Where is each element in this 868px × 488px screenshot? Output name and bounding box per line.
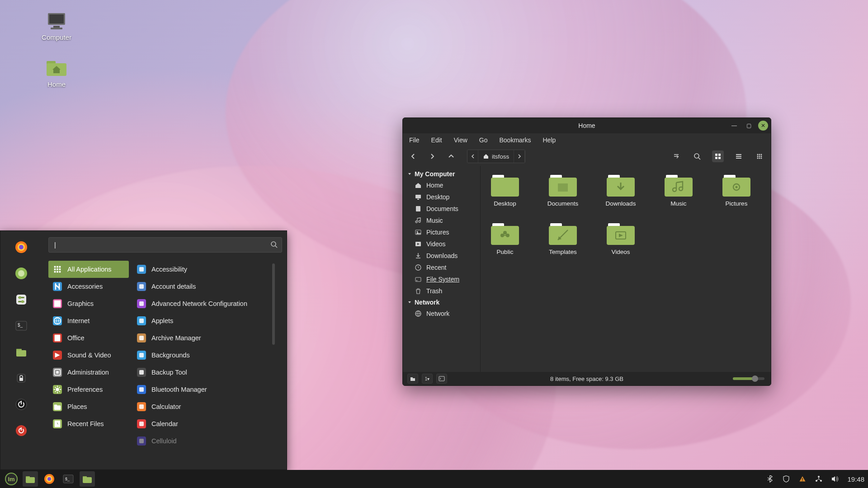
desktop-icon-home[interactable]: Home [32, 58, 81, 88]
folder-item[interactable]: Desktop [484, 175, 526, 207]
menu-rail-power[interactable] [13, 422, 29, 439]
taskbar-menu-button[interactable]: lm [4, 471, 19, 487]
zoom-slider[interactable] [733, 377, 764, 380]
menu-app-item[interactable]: Calculator [132, 398, 268, 415]
folder-item[interactable]: Videos [600, 223, 642, 255]
menu-category-item[interactable]: Accessories [48, 278, 129, 295]
svg-rect-21 [19, 378, 23, 381]
tray-updates[interactable] [782, 475, 790, 483]
tray-warning[interactable] [798, 475, 807, 483]
file-manager-content[interactable]: Desktop Documents Downloads Music Pictur… [481, 166, 771, 372]
menubar-item[interactable]: Bookmarks [499, 136, 531, 144]
menu-category-item[interactable]: Preferences [48, 381, 129, 398]
menu-rail-settings[interactable] [13, 291, 29, 308]
path-next-button[interactable] [514, 150, 525, 163]
toggle-location-button[interactable] [670, 150, 682, 162]
view-icons-button[interactable] [712, 150, 724, 162]
menu-app-item[interactable]: Backup Tool [132, 364, 268, 381]
menu-rail-logout[interactable] [13, 396, 29, 413]
scrollbar-thumb[interactable] [272, 263, 275, 345]
menu-app-item[interactable]: Advanced Network Configuration [132, 295, 268, 312]
menu-app-item[interactable]: Calendar [132, 415, 268, 432]
taskbar-files[interactable] [80, 471, 95, 487]
menu-rail-lock[interactable] [13, 370, 29, 386]
folder-item[interactable]: Downloads [600, 175, 642, 207]
menu-app-item[interactable]: Accessibility [132, 261, 268, 278]
menu-app-item[interactable]: Backgrounds [132, 347, 268, 364]
folder-item[interactable]: Public [484, 223, 526, 255]
menu-app-item[interactable]: Celluloid [132, 432, 268, 450]
menu-category-item[interactable]: Sound & Video [48, 347, 129, 364]
menu-category-item[interactable]: Internet [48, 312, 129, 329]
sidebar-section-header[interactable]: Network [403, 297, 480, 308]
app-icon [137, 299, 146, 308]
menubar-item[interactable]: Edit [431, 136, 442, 144]
sidebar-item[interactable]: Music [403, 215, 480, 226]
nav-forward-button[interactable] [427, 151, 437, 161]
view-list-button[interactable] [733, 150, 745, 162]
menu-scrollbar[interactable] [272, 261, 275, 465]
window-close-button[interactable]: ✕ [758, 121, 768, 131]
menubar-item[interactable]: View [454, 136, 467, 144]
folder-item[interactable]: Templates [542, 223, 584, 255]
menu-app-item[interactable]: Account details [132, 278, 268, 295]
sidebar-item[interactable]: Pictures [403, 226, 480, 238]
menu-category-item[interactable]: Office [48, 329, 129, 347]
menu-app-item[interactable]: Archive Manager [132, 329, 268, 347]
statusbar-places-button[interactable] [407, 374, 418, 384]
folder-item[interactable]: Pictures [716, 175, 757, 207]
menubar-item[interactable]: File [409, 136, 420, 144]
sidebar-item[interactable]: Desktop [403, 191, 480, 203]
menu-category-item[interactable]: Recent Files [48, 415, 129, 432]
menu-search-input[interactable] [48, 237, 282, 253]
statusbar-tree-button[interactable]: 1▾ [422, 374, 433, 384]
search-button[interactable] [691, 150, 703, 162]
window-titlebar[interactable]: Home — ▢ ✕ [403, 118, 771, 133]
menu-category-item[interactable]: Administration [48, 364, 129, 381]
sidebar-item[interactable]: File System [403, 273, 480, 285]
window-maximize-button[interactable]: ▢ [744, 121, 754, 131]
menu-category-item[interactable]: All Applications [48, 261, 129, 278]
tray-volume[interactable] [831, 475, 839, 483]
nav-back-button[interactable] [408, 151, 418, 161]
folder-label: Pictures [716, 200, 757, 207]
taskbar-show-desktop[interactable] [23, 471, 38, 487]
sidebar-item[interactable]: Documents [403, 203, 480, 215]
tray-bluetooth[interactable] [766, 475, 774, 483]
nav-up-button[interactable] [446, 151, 456, 161]
chevron-down-icon [407, 300, 412, 305]
svg-rect-29 [57, 266, 58, 268]
menu-rail-firefox[interactable] [13, 239, 29, 255]
menu-rail-software[interactable] [13, 265, 29, 282]
statusbar-terminal-button[interactable] [436, 374, 447, 384]
zoom-handle[interactable] [752, 375, 758, 382]
menu-app-item[interactable]: Applets [132, 312, 268, 329]
tray-clock[interactable]: 19:48 [847, 475, 864, 483]
menubar-item[interactable]: Go [479, 136, 488, 144]
menu-rail-files[interactable] [13, 344, 29, 360]
sidebar-item[interactable]: Trash [403, 285, 480, 297]
tray-network[interactable] [815, 475, 823, 483]
menubar-item[interactable]: Help [543, 136, 556, 144]
sidebar-item[interactable]: Videos [403, 238, 480, 250]
taskbar-terminal[interactable]: $_ [61, 471, 76, 487]
view-compact-button[interactable] [754, 150, 765, 162]
sidebar-item[interactable]: Home [403, 179, 480, 191]
sidebar-item[interactable]: Network [403, 308, 480, 319]
path-prev-button[interactable] [467, 150, 478, 163]
app-icon [137, 316, 146, 325]
folder-item[interactable]: Music [658, 175, 699, 207]
menu-category-item[interactable]: Graphics [48, 295, 129, 312]
folder-item[interactable]: Documents [542, 175, 584, 207]
menu-category-item[interactable]: Places [48, 398, 129, 415]
window-minimize-button[interactable]: — [729, 121, 739, 131]
desktop-icon-computer[interactable]: Computer [32, 11, 81, 41]
sidebar-section-header[interactable]: My Computer [403, 169, 480, 179]
sidebar-item[interactable]: Downloads [403, 250, 480, 262]
menu-rail-terminal[interactable]: $_ [13, 318, 29, 334]
app-icon [137, 351, 146, 360]
menu-app-item[interactable]: Bluetooth Manager [132, 381, 268, 398]
taskbar-firefox[interactable] [42, 471, 57, 487]
sidebar-item[interactable]: Recent [403, 262, 480, 273]
path-segment-home[interactable]: itsfoss [478, 150, 514, 163]
